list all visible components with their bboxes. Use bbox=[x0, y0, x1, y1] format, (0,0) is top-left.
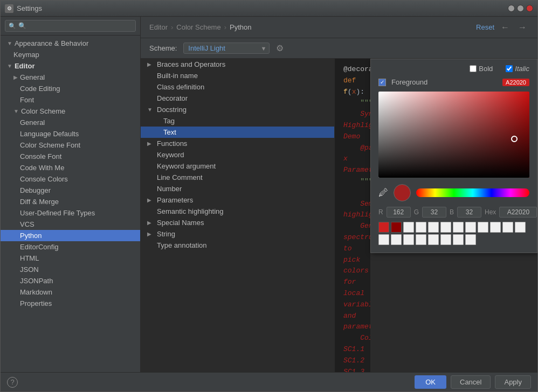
sidebar-item-jsonpath[interactable]: JSONPath bbox=[1, 275, 140, 286]
tree-item-line-comment[interactable]: Line Comment bbox=[141, 172, 334, 183]
sidebar-item-color-scheme[interactable]: Color Scheme bbox=[1, 106, 140, 117]
sidebar-item-html[interactable]: HTML bbox=[1, 253, 140, 264]
sidebar-item-user-file-types[interactable]: User-Defined File Types bbox=[1, 207, 140, 219]
italic-check-label[interactable]: Italic bbox=[506, 65, 529, 73]
sidebar-item-cs-general[interactable]: General bbox=[1, 117, 140, 128]
sidebar-item-vcs[interactable]: VCS bbox=[1, 219, 140, 230]
r-input[interactable] bbox=[387, 207, 411, 218]
swatch-15[interactable] bbox=[403, 234, 414, 245]
tree-item-keyword[interactable]: Keyword bbox=[141, 149, 334, 160]
cancel-button[interactable]: Cancel bbox=[451, 375, 491, 389]
swatch-3[interactable] bbox=[403, 222, 414, 233]
sidebar-item-console-colors[interactable]: Console Colors bbox=[1, 173, 140, 185]
sidebar-item-code-with-me[interactable]: Code With Me bbox=[1, 162, 140, 173]
italic-label: Italic bbox=[515, 65, 529, 73]
swatch-7[interactable] bbox=[453, 222, 464, 233]
swatch-2[interactable] bbox=[391, 222, 402, 233]
sidebar-item-general[interactable]: General bbox=[1, 72, 140, 83]
sidebar-item-label: VCS bbox=[20, 220, 35, 228]
swatch-9[interactable] bbox=[478, 222, 488, 233]
forward-button[interactable]: → bbox=[516, 23, 529, 32]
swatch-8[interactable] bbox=[465, 222, 476, 233]
tree-arrow: ▶ bbox=[147, 141, 154, 146]
swatch-5[interactable] bbox=[428, 222, 439, 233]
swatch-11[interactable] bbox=[502, 222, 513, 233]
reset-button[interactable]: Reset bbox=[476, 23, 494, 31]
swatch-6[interactable] bbox=[440, 222, 451, 233]
tree-item-braces[interactable]: ▶ Braces and Operators bbox=[141, 59, 334, 70]
code-line: Generated spectrum to pick colors for lo… bbox=[343, 221, 362, 333]
picker-top: Bold Italic bbox=[371, 59, 537, 76]
sidebar-item-label: EditorConfig bbox=[20, 243, 59, 251]
sidebar-item-python[interactable]: Python bbox=[1, 230, 140, 241]
tree-item-tag[interactable]: Tag bbox=[141, 115, 334, 127]
help-button[interactable]: ? bbox=[7, 377, 18, 388]
swatch-1[interactable] bbox=[378, 222, 389, 233]
sidebar-item-font[interactable]: Font bbox=[1, 94, 140, 106]
bold-checkbox[interactable] bbox=[470, 65, 477, 72]
tree-item-builtin[interactable]: Built-in name bbox=[141, 70, 334, 81]
sidebar-item-json[interactable]: JSON bbox=[1, 264, 140, 275]
sidebar-item-properties[interactable]: Properties bbox=[1, 298, 140, 309]
tree-item-text[interactable]: Text bbox=[141, 127, 334, 138]
swatch-12[interactable] bbox=[515, 222, 526, 233]
settings-panel: @decorator(param=1) def f(x): """ Syntax… bbox=[335, 59, 537, 372]
search-input[interactable] bbox=[5, 20, 136, 32]
tree-item-semantic[interactable]: Semantic highlighting bbox=[141, 206, 334, 217]
swatch-14[interactable] bbox=[391, 234, 402, 245]
scheme-gear-button[interactable]: ⚙ bbox=[276, 43, 284, 53]
tree-item-functions[interactable]: ▶ Functions bbox=[141, 138, 334, 149]
sidebar-item-label: Python bbox=[20, 232, 42, 240]
maximize-button[interactable] bbox=[517, 5, 524, 12]
minimize-button[interactable] bbox=[508, 5, 515, 12]
swatch-16[interactable] bbox=[416, 234, 426, 245]
sidebar-item-editor[interactable]: Editor bbox=[1, 60, 140, 72]
code-line: @param x Parameter bbox=[343, 143, 362, 176]
sidebar-item-console-font[interactable]: Console Font bbox=[1, 151, 140, 162]
main-content: 🔍 Appearance & Behavior Keymap Editor bbox=[1, 17, 537, 372]
scheme-select[interactable]: IntelliJ Light Darcula High contrast bbox=[183, 43, 270, 54]
sidebar-list: Appearance & Behavior Keymap Editor Gene… bbox=[1, 36, 140, 372]
eyedropper-button[interactable]: 🖉 bbox=[378, 187, 388, 199]
tree-item-class-def[interactable]: Class definition bbox=[141, 81, 334, 93]
g-input[interactable] bbox=[422, 207, 446, 218]
sidebar-item-debugger[interactable]: Debugger bbox=[1, 185, 140, 196]
sidebar-item-keymap[interactable]: Keymap bbox=[1, 49, 140, 60]
bottom-bar: ? OK Cancel Apply bbox=[1, 372, 537, 391]
italic-checkbox[interactable] bbox=[506, 65, 513, 72]
sidebar-item-appearance[interactable]: Appearance & Behavior bbox=[1, 38, 140, 49]
swatch-19[interactable] bbox=[453, 234, 464, 245]
hue-slider[interactable] bbox=[416, 188, 529, 197]
swatch-20[interactable] bbox=[465, 234, 476, 245]
swatch-13[interactable] bbox=[378, 234, 389, 245]
sidebar-item-cs-font[interactable]: Color Scheme Font bbox=[1, 139, 140, 151]
swatch-17[interactable] bbox=[428, 234, 439, 245]
tree-item-string[interactable]: ▶ String bbox=[141, 228, 334, 240]
swatch-18[interactable] bbox=[440, 234, 451, 245]
breadcrumb-sep2: › bbox=[224, 23, 226, 31]
tree-item-number[interactable]: Number bbox=[141, 183, 334, 194]
apply-button[interactable]: Apply bbox=[495, 375, 531, 389]
tree-item-docstring[interactable]: ▼ Docstring bbox=[141, 104, 334, 115]
foreground-checkbox[interactable]: ✓ bbox=[378, 79, 386, 86]
tree-item-keyword-arg[interactable]: Keyword argument bbox=[141, 160, 334, 172]
sidebar-item-diff-merge[interactable]: Diff & Merge bbox=[1, 196, 140, 207]
close-button[interactable] bbox=[526, 5, 533, 12]
swatch-10[interactable] bbox=[490, 222, 501, 233]
hex-input[interactable] bbox=[499, 207, 537, 218]
tree-item-decorator[interactable]: Decorator bbox=[141, 93, 334, 104]
sidebar-item-code-editing[interactable]: Code Editing bbox=[1, 83, 140, 94]
bold-check-label[interactable]: Bold bbox=[470, 65, 493, 73]
sidebar-item-lang-defaults[interactable]: Language Defaults bbox=[1, 128, 140, 139]
ok-button[interactable]: OK bbox=[415, 375, 446, 389]
tree-item-special-names[interactable]: ▶ Special Names bbox=[141, 217, 334, 228]
swatch-4[interactable] bbox=[416, 222, 426, 233]
sidebar-item-editor-config[interactable]: EditorConfig bbox=[1, 241, 140, 253]
gradient-canvas[interactable] bbox=[378, 92, 529, 178]
back-button[interactable]: ← bbox=[499, 23, 512, 32]
b-label: B bbox=[450, 208, 454, 216]
sidebar-item-markdown[interactable]: Markdown bbox=[1, 286, 140, 298]
tree-item-type-annotation[interactable]: Type annotation bbox=[141, 240, 334, 251]
tree-item-parameters[interactable]: ▶ Parameters bbox=[141, 194, 334, 206]
b-input[interactable] bbox=[457, 207, 481, 218]
